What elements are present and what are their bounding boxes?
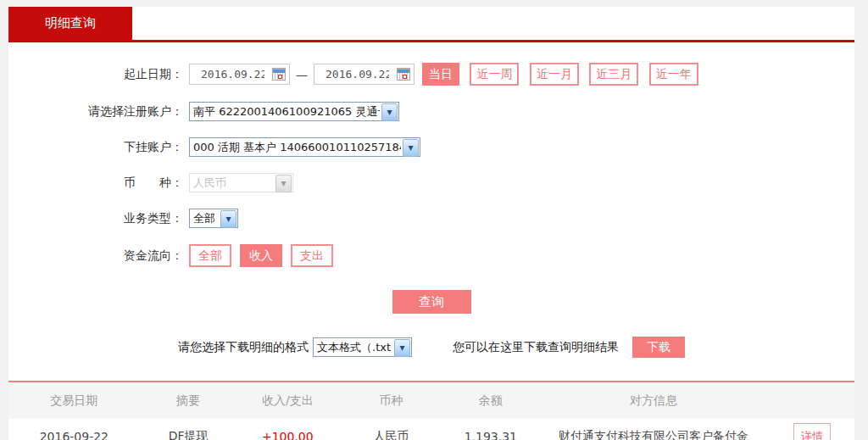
header-currency: 币种 xyxy=(338,382,444,419)
cell-date: 2016-09-22 xyxy=(8,419,140,440)
start-date-input[interactable] xyxy=(190,68,264,81)
currency-select: 人民币 xyxy=(189,173,293,192)
cell-action: 详情 xyxy=(770,419,854,440)
fund-flow-income-button[interactable]: 收入 xyxy=(240,244,282,267)
sub-account-label: 下挂账户： xyxy=(8,140,183,155)
header-balance: 余额 xyxy=(444,382,537,419)
business-type-label: 业务类型： xyxy=(8,211,183,226)
detail-button[interactable]: 详情 xyxy=(793,423,831,440)
fund-flow-expense-button[interactable]: 支出 xyxy=(291,244,333,267)
register-account-row: 请选择注册账户： 南平 6222001406100921065 灵通卡 xyxy=(8,102,854,121)
sub-account-row: 下挂账户： 000 活期 基本户 1406600101102571848 xyxy=(8,137,854,157)
quick-range-week-button[interactable]: 近一周 xyxy=(470,63,519,86)
quick-range-month-button[interactable]: 近一月 xyxy=(530,63,579,86)
fund-flow-label: 资金流向： xyxy=(8,248,183,264)
header-date: 交易日期 xyxy=(8,382,140,419)
quick-range-year-button[interactable]: 近一年 xyxy=(649,63,698,86)
tab-detail-query[interactable]: 明细查询 xyxy=(8,7,132,40)
header-counterparty: 对方信息 xyxy=(537,382,770,419)
download-format-label: 请您选择下载明细的格式 xyxy=(178,340,309,355)
cell-currency: 人民币 xyxy=(338,419,444,440)
query-button-row: 查询 xyxy=(8,290,854,314)
calendar-icon[interactable] xyxy=(272,68,286,81)
table-header-row: 交易日期 摘要 收入/支出 币种 余额 对方信息 xyxy=(8,382,854,419)
business-type-row: 业务类型： 全部 xyxy=(8,209,854,228)
main-panel: 明细查询 起止日期： — 当日 近一周 近一月 近三月 xyxy=(8,7,854,440)
download-button[interactable]: 下载 xyxy=(632,337,685,358)
sub-account-select[interactable]: 000 活期 基本户 1406600101102571848 xyxy=(189,137,420,157)
query-form: 起止日期： — 当日 近一周 近一月 近三月 近一年 xyxy=(8,42,854,358)
query-button[interactable]: 查询 xyxy=(392,290,471,314)
header-in-out: 收入/支出 xyxy=(236,382,338,419)
cell-counterparty: 财付通支付科技有限公司客户备付金 xyxy=(537,419,770,440)
business-type-select[interactable]: 全部 xyxy=(189,209,238,228)
currency-label: 币 种： xyxy=(8,175,183,191)
results-table: 交易日期 摘要 收入/支出 币种 余额 对方信息 2016-09-22 DF提现… xyxy=(8,381,854,440)
calendar-icon[interactable] xyxy=(397,68,410,81)
cell-summary: DF提现 xyxy=(140,419,237,440)
table-row: 2016-09-22 DF提现 +100.00 人民币 1,193.31 财付通… xyxy=(8,419,854,440)
fund-flow-row: 资金流向： 全部 收入 支出 xyxy=(8,244,854,267)
tab-bar: 明细查询 xyxy=(8,7,854,42)
header-action xyxy=(770,382,854,419)
fund-flow-all-button[interactable]: 全部 xyxy=(189,244,231,267)
end-date-field[interactable] xyxy=(314,64,415,85)
date-range-row: 起止日期： — 当日 近一周 近一月 近三月 近一年 xyxy=(8,63,854,86)
date-separator: — xyxy=(296,68,308,81)
header-summary: 摘要 xyxy=(140,382,237,419)
quick-range-3months-button[interactable]: 近三月 xyxy=(589,63,638,86)
date-range-label: 起止日期： xyxy=(8,67,183,82)
quick-range-today-button[interactable]: 当日 xyxy=(422,63,459,86)
end-date-input[interactable] xyxy=(314,68,389,81)
download-row: 请您选择下载明细的格式 文本格式（.txt） 您可以在这里下载查询明细结果 下载 xyxy=(8,337,854,358)
cell-amount: +100.00 xyxy=(236,419,338,440)
start-date-field[interactable] xyxy=(189,64,290,85)
download-format-select[interactable]: 文本格式（.txt） xyxy=(313,337,412,357)
register-account-select[interactable]: 南平 6222001406100921065 灵通卡 xyxy=(189,102,399,121)
register-account-label: 请选择注册账户： xyxy=(8,104,183,120)
quick-range-buttons: 当日 近一周 近一月 近三月 近一年 xyxy=(415,63,698,86)
download-hint: 您可以在这里下载查询明细结果 xyxy=(453,340,619,355)
currency-row: 币 种： 人民币 xyxy=(8,173,854,192)
cell-balance: 1,193.31 xyxy=(444,419,537,440)
